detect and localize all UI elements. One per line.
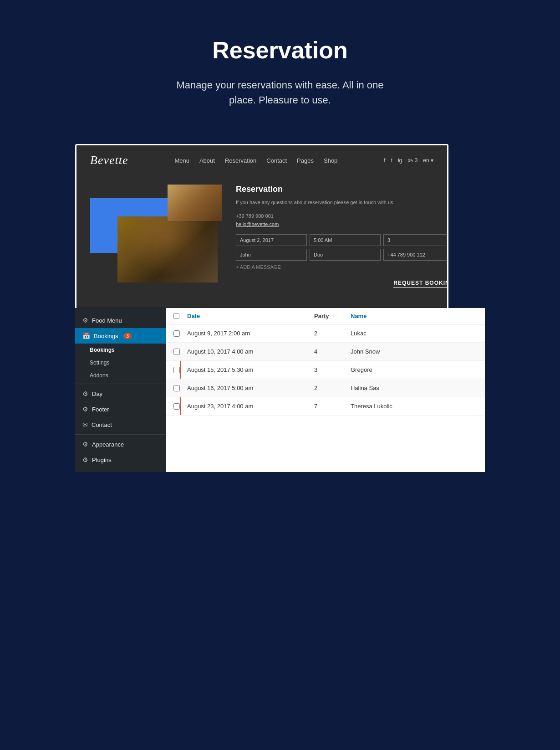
row-party: 7 [314, 403, 351, 410]
sidebar-sub-settings[interactable]: Settings [75, 356, 166, 369]
nav-about[interactable]: About [199, 157, 215, 164]
guests-input[interactable] [383, 234, 448, 246]
chef-photo [117, 216, 218, 283]
header-checkbox-cell [173, 313, 187, 319]
red-bar-indicator [180, 397, 181, 415]
phone-input[interactable] [383, 249, 448, 261]
nav-reservation[interactable]: Reservation [225, 157, 256, 164]
add-message-button[interactable]: + ADD A MESSAGE [236, 264, 448, 270]
food-menu-icon: ⚙ [82, 317, 88, 324]
row-date: August 15, 2017 5:30 am [187, 366, 314, 373]
reservation-contact: +39 789 900 001 hello@bevette.com [236, 212, 448, 229]
social-twitter[interactable]: t [391, 157, 392, 164]
hero-subtitle: Manage your reservations with ease. All … [166, 77, 394, 108]
restaurant-nav: Bevette Menu About Reservation Contact P… [76, 145, 447, 175]
row-party: 4 [314, 348, 351, 355]
row-name: Theresa Lukolic [351, 403, 478, 410]
form-row-1 [236, 234, 448, 246]
sidebar-item-contact[interactable]: ✉ Contact [75, 417, 166, 432]
day-label: Day [92, 390, 102, 397]
table-row: August 10, 2017 4:00 am 4 John Snow [166, 343, 485, 361]
nav-contact[interactable]: Contact [266, 157, 287, 164]
restaurant-images [90, 185, 222, 289]
row-name: Halina Sas [351, 385, 478, 391]
reservation-section-title: Reservation [236, 185, 448, 194]
nav-menu[interactable]: Menu [174, 157, 189, 164]
row-checkbox-cell [173, 385, 187, 391]
header-name: Name [351, 313, 478, 319]
cart-icon[interactable]: 🛍 3 [407, 157, 417, 164]
row-checkbox[interactable] [173, 349, 180, 355]
restaurant-nav-right: f t ig 🛍 3 en ▾ [384, 157, 433, 164]
last-name-input[interactable] [310, 249, 381, 261]
sidebar-item-appearance[interactable]: ⚙ Appearance [75, 437, 166, 452]
row-checkbox-cell [173, 349, 187, 355]
table-row: August 16, 2017 5:00 am 2 Halina Sas [166, 379, 485, 397]
sidebar-item-day[interactable]: ⚙ Day [75, 386, 166, 401]
bookings-icon: 📅 [82, 332, 90, 339]
plugins-label: Plugins [92, 457, 112, 463]
row-party: 2 [314, 330, 351, 337]
row-name: Lukac [351, 330, 478, 337]
day-icon: ⚙ [82, 390, 88, 397]
row-checkbox[interactable] [173, 330, 180, 337]
request-booking-button[interactable]: REQUEST BOOKING [393, 280, 448, 288]
nav-shop[interactable]: Shop [324, 157, 337, 164]
first-name-input[interactable] [236, 249, 307, 261]
hero-title: Reservation [18, 36, 542, 64]
food-menu-label: Food Menu [92, 317, 122, 324]
reservation-form-area: Reservation If you have any questions ab… [236, 185, 448, 289]
header-date: Date [187, 313, 314, 319]
row-date: August 23, 2017 4:00 am [187, 403, 314, 410]
row-checkbox-cell [173, 330, 187, 337]
sidebar-item-plugins[interactable]: ⚙ Plugins [75, 452, 166, 467]
sidebar-sub-bookings[interactable]: Bookings [75, 344, 166, 356]
row-date: August 10, 2017 4:00 am [187, 348, 314, 355]
reservation-phone: +39 789 900 001 [236, 212, 448, 221]
sidebar-item-footer[interactable]: ⚙ Footer [75, 401, 166, 417]
sidebar-divider-2 [75, 434, 166, 435]
row-checkbox[interactable] [173, 367, 180, 373]
admin-overlay: ⚙ Food Menu 📅 Bookings 3 Bookings Settin… [75, 308, 485, 472]
sidebar-item-bookings[interactable]: 📅 Bookings 3 [75, 328, 166, 344]
admin-table-area: Date Party Name August 9, 2017 2:00 am 2… [166, 308, 485, 472]
bookings-badge: 3 [123, 333, 132, 339]
sidebar-sub-addons-label: Addons [90, 372, 108, 379]
table-row: August 9, 2017 2:00 am 2 Lukac [166, 324, 485, 343]
reservation-email: hello@bevette.com [236, 220, 448, 229]
social-facebook[interactable]: f [384, 157, 385, 164]
row-date: August 9, 2017 2:00 am [187, 330, 314, 337]
appearance-label: Appearance [92, 441, 124, 448]
contact-icon: ✉ [82, 421, 88, 428]
header-party: Party [314, 313, 351, 319]
sidebar-sub-bookings-label: Bookings [90, 347, 115, 353]
footer-icon: ⚙ [82, 406, 88, 413]
row-party: 3 [314, 366, 351, 373]
plugins-icon: ⚙ [82, 456, 88, 463]
restaurant-mockup: Bevette Menu About Reservation Contact P… [75, 144, 448, 335]
sidebar-sub-settings-label: Settings [90, 360, 109, 366]
time-input[interactable] [310, 234, 381, 246]
sidebar-sub-addons[interactable]: Addons [75, 369, 166, 382]
chef-photo-inner [117, 216, 218, 283]
date-input[interactable] [236, 234, 307, 246]
sidebar-item-food-menu[interactable]: ⚙ Food Menu [75, 313, 166, 328]
sidebar-divider-1 [75, 384, 166, 384]
red-bar-indicator [180, 361, 181, 379]
row-checkbox[interactable] [173, 385, 180, 391]
row-checkbox[interactable] [173, 403, 180, 410]
hero-section: Reservation Manage your reservations wit… [0, 0, 560, 135]
language-selector[interactable]: en ▾ [423, 157, 433, 164]
form-row-2 [236, 249, 448, 261]
footer-label: Footer [92, 406, 109, 413]
nav-pages[interactable]: Pages [297, 157, 314, 164]
restaurant-content: Reservation If you have any questions ab… [76, 175, 447, 298]
appearance-icon: ⚙ [82, 441, 88, 448]
select-all-checkbox[interactable] [173, 313, 179, 319]
table-row: August 15, 2017 5:30 am 3 Gregore [166, 361, 485, 379]
admin-sidebar: ⚙ Food Menu 📅 Bookings 3 Bookings Settin… [75, 308, 166, 472]
row-name: Gregore [351, 366, 478, 373]
restaurant-logo: Bevette [90, 154, 128, 167]
social-instagram[interactable]: ig [398, 157, 402, 164]
screenshot-container: Bevette Menu About Reservation Contact P… [75, 144, 485, 472]
